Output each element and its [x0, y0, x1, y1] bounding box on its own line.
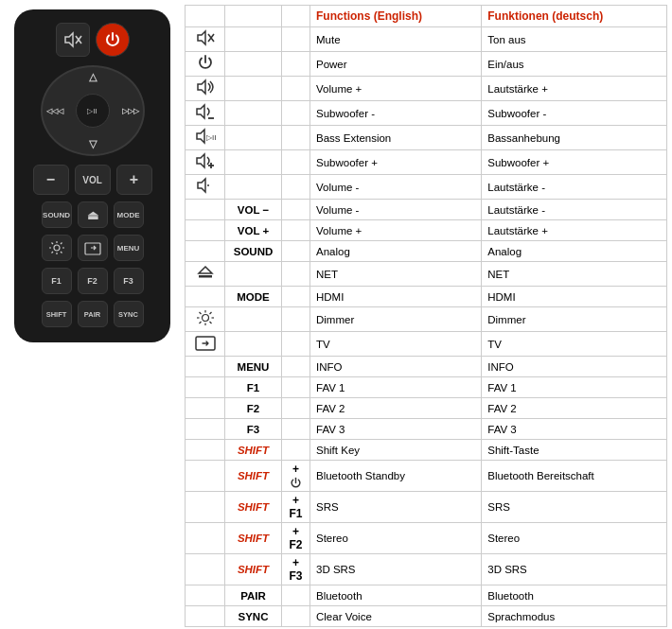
row-deutsch-cell: TV	[482, 332, 667, 357]
row-icon-cell	[186, 287, 225, 307]
row-english-cell: Bass Extension	[310, 126, 482, 150]
f2-button[interactable]: F2	[78, 268, 108, 294]
table-row: PowerEin/aus	[186, 52, 667, 77]
mute-button[interactable]	[56, 23, 90, 57]
row-english-cell: Stereo	[310, 523, 482, 554]
row-plus-cell: + F1	[282, 492, 310, 523]
vol-plus-button[interactable]: +	[116, 165, 152, 195]
menu-button[interactable]: MENU	[114, 235, 144, 261]
row-label-cell: MODE	[225, 287, 282, 307]
row-icon-cell	[186, 440, 225, 461]
f-row: F1 F2 F3	[26, 268, 159, 294]
dpad-right[interactable]: ▷▷▷	[122, 107, 139, 115]
table-row: F1FAV 1FAV 1	[186, 377, 667, 398]
remote-control: △ ▽ ◁◁◁ ▷▷▷ ▷II − VOL + SOUND ⏏ MODE	[14, 9, 170, 342]
row-icon-cell	[186, 461, 225, 492]
sound-button[interactable]: SOUND	[42, 201, 72, 228]
svg-marker-17	[197, 105, 204, 118]
svg-rect-27	[199, 275, 212, 278]
f1-button[interactable]: F1	[42, 268, 72, 294]
row-english-cell: FAV 2	[310, 398, 482, 419]
row-icon-cell	[186, 523, 225, 554]
row-plus-cell	[282, 150, 310, 175]
table-row: SOUNDAnalogAnalog	[186, 241, 667, 262]
row-icon-cell	[186, 357, 225, 377]
row-english-cell: 3D SRS	[310, 554, 482, 585]
table-row: F3FAV 3FAV 3	[186, 419, 667, 440]
pair-button[interactable]: PAIR	[78, 301, 108, 327]
row-deutsch-cell: Ton aus	[482, 27, 667, 52]
vol-minus-button[interactable]: −	[33, 165, 69, 195]
row-label-cell	[225, 150, 282, 175]
deutsch-col-header: Funktionen (deutsch)	[482, 6, 667, 27]
svg-marker-24	[198, 179, 205, 192]
shift-button[interactable]: SHIFT	[42, 301, 72, 327]
sync-button[interactable]: SYNC	[114, 301, 144, 327]
table-row: PAIRBluetoothBluetooth	[186, 585, 667, 606]
dpad-up[interactable]: △	[89, 71, 97, 83]
f3-button[interactable]: F3	[114, 268, 144, 294]
row-label-cell: MENU	[225, 357, 282, 377]
row-deutsch-cell: 3D SRS	[482, 554, 667, 585]
row-label-cell: SHIFT	[225, 440, 282, 461]
dpad[interactable]: △ ▽ ◁◁◁ ▷▷▷ ▷II	[36, 63, 150, 158]
row-plus-cell	[282, 377, 310, 398]
svg-rect-12	[85, 243, 100, 254]
row-english-cell: Volume +	[310, 220, 482, 241]
row-icon-cell	[186, 150, 225, 175]
table-row: MuteTon aus	[186, 27, 667, 52]
row-deutsch-cell: Analog	[482, 241, 667, 262]
table-row: F2FAV 2FAV 2	[186, 398, 667, 419]
row-icon-cell	[186, 52, 225, 77]
svg-line-11	[51, 252, 53, 253]
svg-point-28	[202, 315, 208, 322]
row-icon-cell	[186, 419, 225, 440]
row-english-cell: Shift Key	[310, 440, 482, 461]
row-label-cell	[225, 262, 282, 287]
row-icon-cell: ▷II	[186, 126, 225, 150]
mode-button[interactable]: MODE	[114, 201, 144, 228]
row-english-cell: Bluetooth Standby	[310, 461, 482, 492]
dpad-center[interactable]: ▷II	[76, 94, 110, 128]
row-label-cell	[225, 126, 282, 150]
svg-line-10	[61, 243, 62, 245]
row-english-cell: Volume -	[310, 175, 482, 200]
row-deutsch-cell: FAV 3	[482, 419, 667, 440]
row-english-cell: SRS	[310, 492, 482, 523]
row-english-cell: Dimmer	[310, 307, 482, 332]
dpad-left[interactable]: ◁◁◁	[46, 107, 63, 115]
row-english-cell: Mute	[310, 27, 482, 52]
dimmer-button[interactable]	[42, 235, 72, 261]
row-plus-cell	[282, 585, 310, 606]
row-plus-cell	[282, 357, 310, 377]
row-plus-cell	[282, 175, 310, 200]
row-icon-cell	[186, 585, 225, 606]
row-label-cell: SHIFT	[225, 461, 282, 492]
row-label-cell: VOL −	[225, 200, 282, 220]
table-row: VOL −Volume -Lautstärke -	[186, 200, 667, 220]
tv-input-button[interactable]	[78, 235, 108, 261]
dpad-down[interactable]: ▽	[89, 138, 97, 150]
row-icon-cell	[186, 492, 225, 523]
row-label-cell	[225, 332, 282, 357]
row-deutsch-cell: Subwoofer -	[482, 101, 667, 126]
table-row: TVTV	[186, 332, 667, 357]
row-icon-cell	[186, 606, 225, 627]
table-row: Subwoofer -Subwoofer -	[186, 101, 667, 126]
row-label-cell: SOUND	[225, 241, 282, 262]
row-deutsch-cell: Bassanhebung	[482, 126, 667, 150]
row-icon-cell	[186, 77, 225, 101]
row-plus-cell	[282, 220, 310, 241]
row-english-cell: Subwoofer -	[310, 101, 482, 126]
power-button[interactable]	[96, 23, 130, 57]
sound-row: SOUND ⏏ MODE	[26, 201, 159, 228]
table-row: SHIFT+ F33D SRS3D SRS	[186, 554, 667, 585]
vol-label-btn: VOL	[75, 165, 111, 195]
eject-button[interactable]: ⏏	[78, 201, 108, 228]
row-icon-cell	[186, 377, 225, 398]
svg-marker-0	[65, 33, 73, 46]
row-deutsch-cell: Lautstärke -	[482, 200, 667, 220]
row-english-cell: NET	[310, 262, 482, 287]
row-plus-cell: + F3	[282, 554, 310, 585]
label-col-header	[225, 6, 282, 27]
